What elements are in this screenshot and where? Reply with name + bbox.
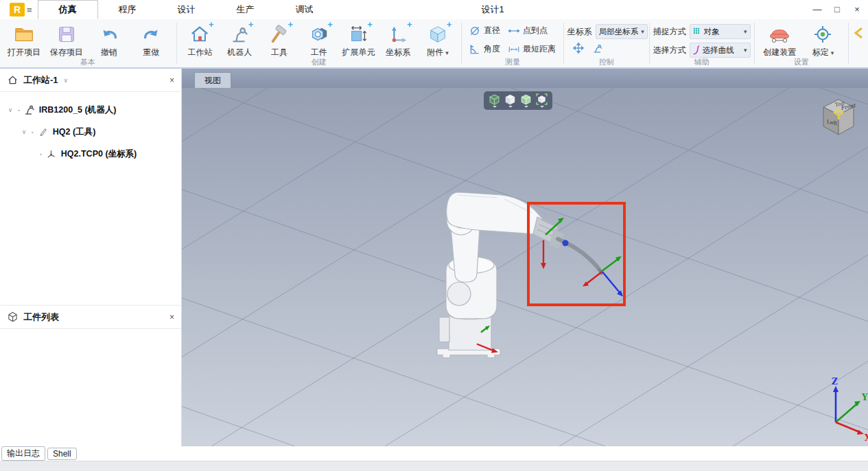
- chevron-down-icon: ▾: [744, 47, 747, 54]
- cube-icon: +: [427, 23, 449, 45]
- zoom-fit-button[interactable]: [536, 93, 548, 108]
- ground-grid: [182, 88, 868, 446]
- extension-unit-button[interactable]: + 扩展单元: [340, 22, 377, 60]
- curve-icon: [693, 45, 700, 55]
- robot-model: [437, 192, 604, 358]
- car-icon: [769, 23, 790, 45]
- bullet-icon: •: [18, 107, 20, 113]
- point-to-point-button[interactable]: 点到点: [506, 23, 559, 38]
- view-mode-toolbar: [484, 91, 552, 110]
- expand-chevron-icon[interactable]: ∨: [7, 106, 14, 113]
- open-project-button[interactable]: 打开项目: [5, 22, 43, 60]
- app-logo[interactable]: R: [10, 3, 25, 16]
- group-label-create: 创建: [178, 57, 460, 67]
- calibration-button[interactable]: 标定▾: [804, 22, 841, 60]
- workstation-panel-header: 工作站-1 ∨ ×: [0, 69, 181, 92]
- select-mode-select[interactable]: 选择曲线 ▾: [690, 43, 751, 58]
- workpiece-button[interactable]: + 工件: [301, 22, 338, 60]
- tab-design[interactable]: 设计: [157, 0, 216, 19]
- menu-icon[interactable]: ≡: [27, 5, 32, 15]
- scene-svg: Z Y X: [182, 88, 868, 446]
- tree-item-label: HQ2.TCP0 (坐标系): [61, 148, 137, 160]
- create-device-button[interactable]: 创建装置: [761, 22, 798, 60]
- tcp-frame-arrows: [583, 256, 623, 297]
- chevron-down-icon[interactable]: ∨: [64, 77, 69, 84]
- chevron-down-icon: ▾: [744, 28, 747, 35]
- viewport: 视图: [182, 69, 868, 446]
- bottom-tab-bar: 输出日志 Shell: [0, 446, 868, 461]
- chevron-down-icon: [524, 106, 528, 108]
- chevron-down-icon: ▾: [641, 28, 644, 35]
- tab-simulation[interactable]: 仿真: [38, 0, 98, 19]
- workpiece-panel-title: 工件列表: [23, 311, 59, 323]
- tree-item-tool[interactable]: ∨ • HQ2 (工具): [0, 121, 181, 143]
- pen-tool-icon: [38, 126, 49, 137]
- title-bar: R ≡ 仿真 程序 设计 生产 调试 设计1 — □ ×: [0, 0, 868, 20]
- ribbon-group-basic: 打开项目 保存项目 撤销 重做 基本: [0, 19, 176, 67]
- ribbon-group-measure: 直径 角度 点到点 最短距离 测量: [462, 19, 563, 67]
- chevron-down-icon: ▾: [445, 49, 449, 56]
- hammer-icon: +: [268, 23, 290, 45]
- extension-unit-icon: +: [347, 23, 369, 45]
- window-controls: — □ ×: [810, 0, 864, 18]
- ribbon: 打开项目 保存项目 撤销 重做 基本 +: [0, 19, 868, 69]
- menu-tabs: 仿真 程序 设计 生产 调试: [38, 0, 334, 19]
- robot-button[interactable]: + 机器人: [221, 22, 258, 60]
- tool-button[interactable]: + 工具: [261, 22, 298, 60]
- view-tab[interactable]: 视图: [194, 72, 231, 88]
- axis-y-label: Y: [861, 393, 868, 402]
- folder-icon: [13, 23, 35, 45]
- workpiece-panel-header: 工件列表 ×: [0, 306, 181, 329]
- save-project-button[interactable]: 保存项目: [48, 22, 85, 60]
- viewport-tab-strip: 视图: [182, 69, 868, 88]
- document-title: 设计1: [481, 0, 504, 19]
- house-icon: +: [189, 23, 211, 45]
- ribbon-separator: [563, 23, 564, 64]
- coordinate-frame-button[interactable]: + 坐标系: [379, 22, 417, 60]
- coordinate-system-select[interactable]: 局部坐标系 ▾: [596, 24, 648, 39]
- navigation-cube[interactable]: Top Left Front: [816, 96, 860, 141]
- output-log-tab[interactable]: 输出日志: [1, 446, 45, 461]
- tab-program[interactable]: 程序: [98, 0, 157, 19]
- angle-icon: [469, 44, 480, 55]
- tab-debug[interactable]: 调试: [275, 0, 334, 19]
- workstation-panel-title: 工作站-1: [23, 74, 58, 87]
- ribbon-group-clipped: [849, 19, 868, 67]
- chevron-left-icon[interactable]: [852, 27, 863, 38]
- redo-button[interactable]: 重做: [133, 22, 170, 60]
- group-label-basic: 基本: [0, 57, 176, 67]
- snap-mode-select[interactable]: 对象 ▾: [690, 24, 751, 39]
- shortest-distance-button[interactable]: 最短距离: [506, 42, 559, 56]
- wireframe-view-button[interactable]: [489, 93, 500, 108]
- workstation-tree: ∨ • IRB1200_5 (机器人) ∨ • HQ2 (工具) • HQ2.T…: [0, 92, 181, 165]
- solid-view-button[interactable]: [504, 93, 516, 108]
- ribbon-separator: [176, 23, 177, 64]
- move-tool-button[interactable]: [573, 43, 584, 54]
- robot-jog-button[interactable]: [592, 43, 603, 54]
- shaded-view-button[interactable]: [520, 93, 532, 108]
- maximize-button[interactable]: □: [830, 4, 844, 14]
- sidebar: 工作站-1 ∨ × ∨ • IRB1200_5 (机器人) ∨ • HQ2 (工…: [0, 69, 182, 446]
- scene-3d[interactable]: Z Y X: [182, 88, 868, 446]
- expand-chevron-icon[interactable]: ∨: [21, 128, 27, 135]
- diameter-button[interactable]: 直径: [467, 23, 503, 38]
- nut-icon: +: [308, 23, 330, 45]
- minimize-button[interactable]: —: [810, 4, 824, 14]
- attachment-button[interactable]: + 附件▾: [419, 22, 456, 60]
- tree-item-tcp[interactable]: • HQ2.TCP0 (坐标系): [0, 143, 181, 165]
- group-label-assist: 辅助: [650, 57, 753, 67]
- ribbon-group-control: 坐标系 局部坐标系 ▾ 控制: [565, 19, 648, 67]
- close-icon[interactable]: ×: [169, 312, 174, 322]
- angle-button[interactable]: 角度: [467, 42, 503, 56]
- workstation-button[interactable]: + 工作站: [181, 22, 218, 60]
- close-button[interactable]: ×: [850, 4, 864, 14]
- close-icon[interactable]: ×: [169, 76, 174, 85]
- tree-item-label: HQ2 (工具): [53, 126, 96, 138]
- tree-item-robot[interactable]: ∨ • IRB1200_5 (机器人): [0, 99, 181, 121]
- coordinate-system-label: 坐标系: [567, 26, 592, 38]
- shell-tab[interactable]: Shell: [47, 448, 77, 460]
- axis-z-label: Z: [832, 377, 838, 387]
- ribbon-separator: [461, 23, 462, 64]
- tab-production[interactable]: 生产: [216, 0, 275, 19]
- undo-button[interactable]: 撤销: [91, 22, 128, 60]
